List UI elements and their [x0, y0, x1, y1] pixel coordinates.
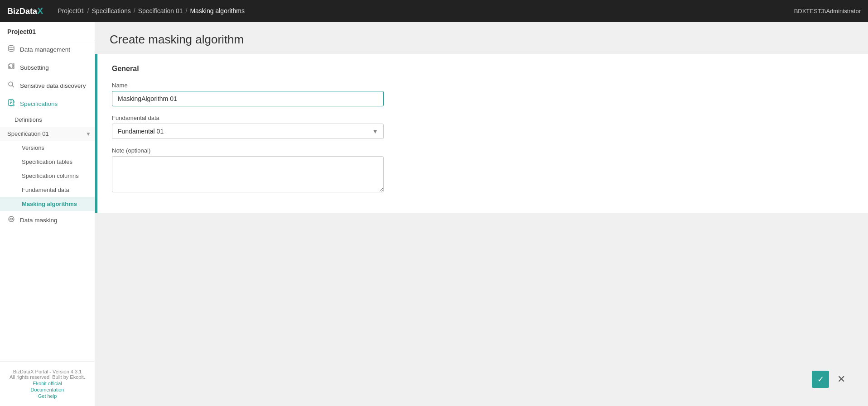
footer-version: BizDataX Portal - Version 4.3.1 [7, 369, 87, 374]
sidebar-item-label-data-masking: Data masking [20, 217, 58, 224]
breadcrumb-sep-2: / [134, 7, 135, 14]
form-body: General Name Fundamental data Fundamenta… [97, 54, 868, 213]
sidebar-spec-header-label: Specification 01 [7, 130, 86, 137]
sidebar-item-data-masking[interactable]: Data masking [0, 211, 95, 229]
form-section-title: General [112, 65, 854, 73]
sidebar-sub-label-masking-algorithms: Masking algorithms [22, 201, 77, 207]
sidebar-sub-label-spec-tables: Specification tables [22, 158, 72, 165]
svg-point-1 [9, 82, 13, 86]
sidebar-item-label-specifications: Specifications [20, 100, 58, 107]
sidebar-item-data-management[interactable]: Data management [0, 40, 95, 58]
svg-line-2 [12, 86, 14, 87]
database-icon [7, 45, 15, 54]
svg-point-0 [9, 46, 14, 48]
sidebar-sub-item-spec-tables[interactable]: Specification tables [0, 155, 95, 169]
footer-link-docs[interactable]: Documentation [7, 387, 87, 392]
fundamental-data-select-wrapper: Fundamental 01 Fundamental 02 ▼ [112, 124, 384, 139]
breadcrumb-project[interactable]: Project01 [58, 7, 84, 14]
sidebar-sub-items: Versions Specification tables Specificat… [0, 141, 95, 211]
footer-rights: All rights reserved. Built by Ekobit. [7, 374, 87, 380]
breadcrumb-spec01[interactable]: Specification 01 [138, 7, 183, 14]
breadcrumb: Project01 / Specifications / Specificati… [58, 7, 245, 14]
sidebar-footer: BizDataX Portal - Version 4.3.1 All righ… [0, 361, 95, 406]
breadcrumb-specifications[interactable]: Specifications [92, 7, 130, 14]
sidebar-sub-label-spec-columns: Specification columns [22, 172, 79, 179]
fundamental-data-field-group: Fundamental data Fundamental 01 Fundamen… [112, 115, 854, 139]
action-buttons: ✓ ✕ [812, 371, 850, 388]
logo: BizDataX [7, 6, 43, 16]
book-icon [7, 99, 15, 108]
name-label: Name [112, 82, 854, 89]
breadcrumb-current: Masking algorithms [190, 7, 245, 14]
sidebar-sub-item-versions[interactable]: Versions [0, 141, 95, 155]
sidebar-sub-item-masking-algorithms[interactable]: Masking algorithms [0, 197, 95, 211]
note-textarea[interactable] [112, 156, 384, 192]
confirm-button[interactable]: ✓ [812, 371, 829, 388]
page-header: Create masking algorithm [95, 22, 868, 54]
navbar: BizDataX Project01 / Specifications / Sp… [0, 0, 868, 22]
logo-x: X [37, 6, 43, 16]
fundamental-data-label: Fundamental data [112, 115, 854, 121]
sidebar-sub-label-definitions: Definitions [14, 116, 42, 123]
chevron-down-icon: ▼ [86, 131, 91, 137]
note-field-group: Note (optional) [112, 147, 854, 194]
sidebar-project-title: Project01 [0, 22, 95, 40]
sidebar-item-label-subsetting: Subsetting [20, 64, 49, 71]
breadcrumb-sep-1: / [87, 7, 89, 14]
page-title: Create masking algorithm [110, 33, 854, 47]
sidebar: Project01 Data management Subsetting Sen… [0, 22, 95, 406]
main-content: Create masking algorithm General Name Fu… [95, 22, 868, 406]
logo-text: BizDataX [7, 6, 43, 16]
form-card: General Name Fundamental data Fundamenta… [95, 54, 868, 213]
sidebar-spec-header[interactable]: Specification 01 ▼ [0, 127, 95, 141]
sidebar-sub-label-versions: Versions [22, 144, 44, 151]
sidebar-item-subsetting[interactable]: Subsetting [0, 58, 95, 76]
user-info: BDXTEST3\Administrator [794, 8, 861, 14]
note-label: Note (optional) [112, 147, 854, 154]
sidebar-sub-item-definitions[interactable]: Definitions [0, 113, 95, 127]
name-input[interactable] [112, 91, 384, 106]
cancel-button[interactable]: ✕ [833, 371, 850, 388]
name-field-group: Name [112, 82, 854, 106]
sidebar-sub-item-spec-columns[interactable]: Specification columns [0, 169, 95, 183]
fundamental-data-select[interactable]: Fundamental 01 Fundamental 02 [112, 124, 384, 139]
puzzle-icon [7, 63, 15, 72]
breadcrumb-sep-3: / [186, 7, 188, 14]
sidebar-sub-item-fundamental-data[interactable]: Fundamental data [0, 183, 95, 197]
footer-link-ekobit[interactable]: Ekobit official [7, 381, 87, 386]
sidebar-item-label-data-management: Data management [20, 46, 70, 53]
footer-link-help[interactable]: Get help [7, 393, 87, 399]
search-icon [7, 81, 15, 90]
mask-icon [7, 215, 15, 224]
sidebar-item-sensitive-data[interactable]: Sensitive data discovery [0, 76, 95, 95]
sidebar-item-label-sensitive: Sensitive data discovery [20, 82, 86, 89]
sidebar-item-specifications[interactable]: Specifications [0, 95, 95, 113]
sidebar-sub-label-fundamental-data: Fundamental data [22, 186, 69, 193]
